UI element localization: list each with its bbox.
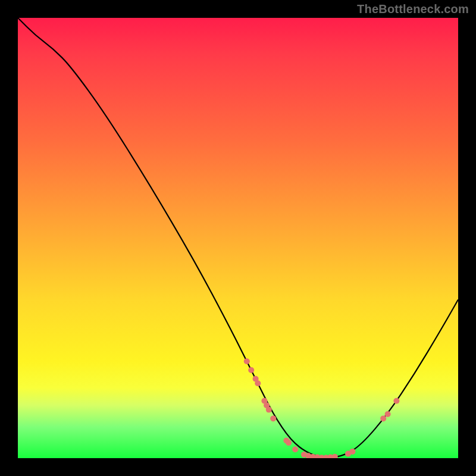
data-marker: [380, 415, 386, 421]
curve-layer: [18, 18, 458, 458]
data-marker: [332, 454, 338, 458]
data-marker: [349, 449, 355, 455]
data-marker: [385, 411, 391, 417]
watermark-text: TheBottleneck.com: [357, 2, 469, 16]
data-marker: [292, 446, 298, 452]
data-marker: [255, 380, 261, 386]
data-marker: [393, 398, 399, 404]
data-markers: [244, 358, 400, 458]
data-marker: [244, 358, 250, 364]
data-marker: [270, 415, 276, 421]
bottleneck-curve: [18, 18, 458, 458]
plot-area: [18, 18, 458, 458]
data-marker: [248, 367, 254, 373]
data-marker: [286, 440, 292, 446]
chart-stage: TheBottleneck.com: [0, 0, 476, 476]
data-marker: [266, 407, 272, 413]
